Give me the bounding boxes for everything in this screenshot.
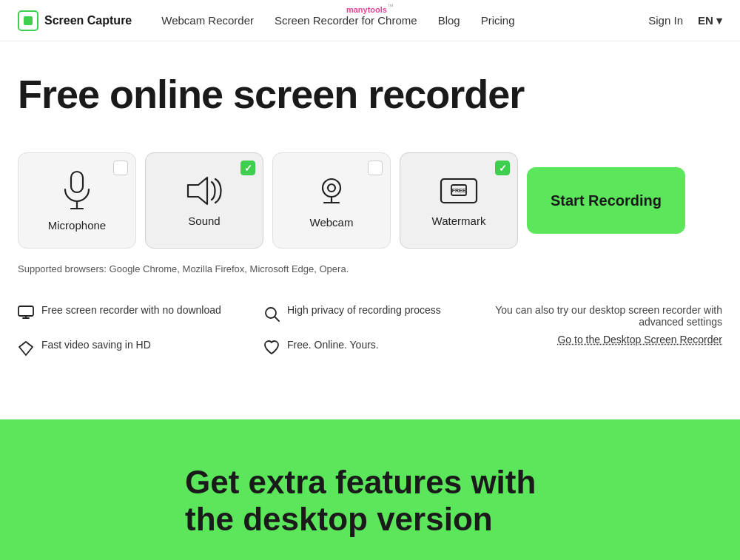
nav-webcam-recorder[interactable]: Webcam Recorder: [161, 14, 254, 27]
supported-browsers: Supported browsers: Google Chrome, Mozil…: [0, 257, 740, 280]
svg-point-4: [323, 179, 340, 197]
start-recording-button[interactable]: Start Recording: [527, 167, 685, 234]
logo[interactable]: Screen Capture: [18, 10, 132, 31]
nav-blog[interactable]: Blog: [438, 14, 460, 27]
svg-text:FREE: FREE: [452, 188, 466, 193]
feature-free-text: Free. Online. Yours.: [287, 339, 379, 351]
watermark-checkbox: ✓: [495, 161, 510, 175]
nav-pricing[interactable]: Pricing: [481, 14, 515, 27]
features-list: Free screen recorder with no download Hi…: [18, 304, 485, 360]
microphone-icon: [61, 170, 93, 212]
svg-rect-0: [71, 172, 83, 192]
sound-icon: [184, 175, 225, 207]
logo-icon: [18, 10, 38, 31]
manytools-badge: manytools™: [346, 3, 394, 14]
watermark-option[interactable]: ✓ FREE Watermark: [400, 152, 518, 249]
desktop-screen-recorder-link[interactable]: Go to the Desktop Screen Recorder: [485, 334, 722, 345]
privacy-icon: [263, 306, 280, 325]
webcam-icon: [314, 173, 349, 209]
sound-option[interactable]: ✓ Sound: [145, 152, 263, 249]
green-promo-section: Get extra features with the desktop vers…: [0, 419, 740, 560]
nav-lang[interactable]: EN ▾: [698, 14, 722, 27]
webcam-option[interactable]: Webcam: [272, 152, 391, 249]
feature-no-download-text: Free screen recorder with no download: [41, 304, 221, 316]
microphone-label: Microphone: [48, 219, 106, 232]
watermark-label: Watermark: [432, 215, 486, 227]
webcam-label: Webcam: [310, 216, 354, 229]
svg-point-5: [328, 184, 335, 192]
feature-hd: Fast video saving in HD: [18, 339, 240, 360]
sound-checkbox: ✓: [240, 161, 255, 175]
webcam-checkbox: [368, 161, 383, 175]
nav-links: Webcam Recorder Screen Recorder for Chro…: [161, 14, 514, 27]
svg-marker-16: [19, 342, 33, 355]
watermark-icon: FREE: [438, 175, 480, 207]
microphone-option[interactable]: Microphone: [18, 152, 136, 249]
nav-signin[interactable]: Sign In: [648, 14, 683, 27]
feature-no-download: Free screen recorder with no download: [18, 304, 240, 325]
monitor-icon: [18, 306, 34, 323]
microphone-checkbox: [113, 161, 128, 175]
logo-text: Screen Capture: [44, 14, 132, 27]
svg-marker-3: [188, 178, 207, 204]
options-row: Microphone ✓ Sound Webcam ✓: [0, 152, 740, 249]
nav-right: Sign In EN ▾: [648, 14, 722, 27]
sound-label: Sound: [188, 215, 220, 227]
feature-privacy: High privacy of recording process: [263, 304, 485, 325]
feature-free: Free. Online. Yours.: [263, 339, 485, 360]
hero-section: Free online screen recorder: [0, 41, 740, 152]
features-section: Free screen recorder with no download Hi…: [0, 280, 740, 375]
hero-title: Free online screen recorder: [18, 71, 722, 117]
heart-icon: [263, 340, 280, 359]
navigation: Screen Capture Webcam Recorder Screen Re…: [0, 0, 740, 41]
feature-hd-text: Fast video saving in HD: [41, 339, 151, 351]
nav-screen-recorder-chrome[interactable]: Screen Recorder for Chrome: [275, 14, 417, 27]
svg-line-15: [275, 317, 279, 321]
desktop-promo: You can also try our desktop screen reco…: [485, 304, 722, 360]
feature-privacy-text: High privacy of recording process: [287, 304, 441, 316]
diamond-icon: [18, 340, 34, 360]
green-section-title: Get extra features with the desktop vers…: [185, 464, 555, 538]
desktop-promo-text: You can also try our desktop screen reco…: [495, 304, 722, 328]
svg-rect-11: [18, 306, 33, 316]
